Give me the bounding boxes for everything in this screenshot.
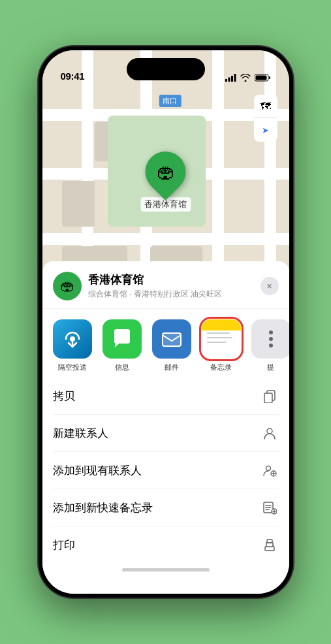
share-item-notes[interactable]: 备忘录	[199, 319, 244, 372]
svg-rect-1	[228, 78, 230, 82]
svg-rect-0	[225, 79, 227, 82]
share-item-message[interactable]: 信息	[100, 319, 144, 372]
svg-rect-11	[264, 393, 272, 403]
print-label: 打印	[53, 538, 75, 553]
dynamic-island	[127, 58, 205, 80]
more-label: 提	[267, 362, 274, 372]
venue-info: 香港体育馆 综合体育馆 · 香港特别行政区 油尖旺区	[88, 272, 260, 300]
venue-name: 香港体育馆	[88, 272, 260, 287]
venue-subtitle: 综合体育馆 · 香港特别行政区 油尖旺区	[88, 289, 260, 300]
action-print[interactable]: 打印	[53, 526, 279, 563]
venue-pin-icon: 🏟	[157, 161, 175, 183]
phone-screen: 09:41	[42, 50, 289, 594]
share-item-mail[interactable]: 邮件	[150, 319, 194, 372]
status-icons	[225, 74, 271, 82]
action-add-note[interactable]: 添加到新快速备忘录	[53, 489, 279, 526]
add-existing-icon	[260, 461, 279, 479]
mail-label: 邮件	[165, 362, 179, 372]
map-view-toggle[interactable]: 🗺	[254, 95, 277, 118]
signal-icon	[225, 74, 236, 82]
bottom-sheet: 🏟 香港体育馆 综合体育馆 · 香港特别行政区 油尖旺区 ×	[42, 261, 289, 594]
svg-rect-5	[269, 76, 270, 79]
message-label: 信息	[115, 362, 129, 372]
home-indicator	[42, 563, 289, 572]
new-contact-label: 新建联系人	[53, 426, 108, 441]
venue-icon: 🏟	[53, 272, 82, 300]
airdrop-label: 隔空投送	[58, 362, 87, 372]
svg-rect-24	[265, 547, 274, 551]
airdrop-icon	[53, 319, 92, 359]
add-note-icon	[260, 498, 279, 517]
notes-label: 备忘录	[210, 362, 232, 372]
svg-point-12	[267, 428, 272, 434]
message-icon	[102, 319, 142, 359]
pin-circle: 🏟	[137, 143, 195, 201]
add-note-label: 添加到新快速备忘录	[53, 500, 153, 515]
add-existing-label: 添加到现有联系人	[53, 463, 142, 478]
svg-rect-6	[255, 76, 266, 80]
sheet-header: 🏟 香港体育馆 综合体育馆 · 香港特别行政区 油尖旺区 ×	[42, 261, 289, 309]
copy-icon	[260, 387, 279, 405]
phone-frame: 09:41	[39, 46, 293, 598]
map-north-gate-label: 南口	[159, 95, 181, 107]
action-copy[interactable]: 拷贝	[53, 378, 279, 415]
mail-icon	[152, 319, 191, 359]
notes-icon	[202, 319, 241, 359]
wifi-icon	[240, 74, 251, 82]
share-item-airdrop[interactable]: 隔空投送	[50, 319, 95, 372]
svg-rect-26	[273, 545, 274, 546]
svg-point-13	[266, 466, 270, 471]
location-button[interactable]: ➤	[254, 118, 277, 142]
status-time: 09:41	[61, 71, 85, 82]
action-add-existing[interactable]: 添加到现有联系人	[53, 452, 279, 489]
new-contact-icon	[260, 424, 279, 442]
location-pin: 🏟 香港体育馆	[140, 152, 191, 212]
svg-rect-2	[231, 76, 233, 82]
map-controls: 🗺 ➤	[254, 95, 277, 142]
copy-label: 拷贝	[53, 389, 75, 404]
close-button[interactable]: ×	[260, 277, 279, 295]
svg-rect-25	[267, 539, 272, 543]
share-item-more[interactable]: 提	[249, 319, 289, 372]
svg-rect-9	[163, 333, 181, 346]
action-list: 拷贝 新建联系人	[42, 378, 289, 563]
more-icon	[251, 319, 289, 359]
svg-rect-3	[234, 74, 236, 82]
battery-icon	[255, 74, 271, 82]
print-icon	[260, 536, 279, 554]
action-new-contact[interactable]: 新建联系人	[53, 415, 279, 452]
share-row: 隔空投送 信息	[42, 309, 289, 378]
